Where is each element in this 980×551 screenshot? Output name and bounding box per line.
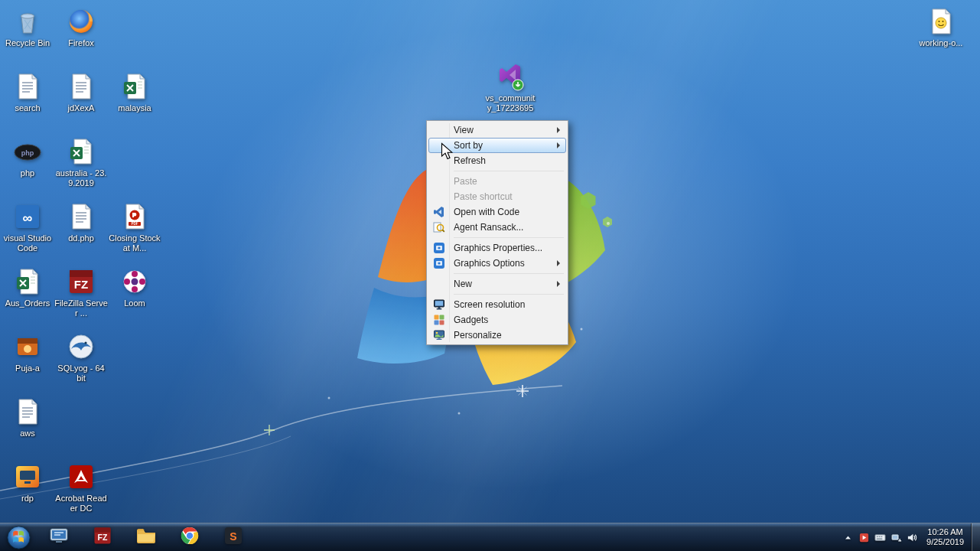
ransack-icon xyxy=(429,221,449,233)
taskbar-button-filezilla[interactable]: FZ xyxy=(80,523,124,551)
text-doc-icon xyxy=(66,201,96,232)
menu-item-label: Agent Ransack... xyxy=(454,222,523,233)
desktop-icon-recycle-bin[interactable]: Recycle Bin xyxy=(1,6,54,48)
desktop-icon-label: working-o... xyxy=(914,38,968,48)
start-button[interactable] xyxy=(0,523,37,551)
taskbar-button-chrome[interactable] xyxy=(168,523,211,551)
desktop-icon-label: australia - 23.9.2019 xyxy=(54,168,108,188)
desktop-icon-vs-community-17223695[interactable]: vs_community_17223695 xyxy=(483,61,537,113)
volume-icon[interactable] xyxy=(904,523,920,551)
desktop-icon-php[interactable]: phpphp xyxy=(1,136,54,178)
desktop-icon-rdp[interactable]: rdp xyxy=(1,461,54,504)
firefox-icon xyxy=(66,6,96,37)
rdp-icon xyxy=(12,461,43,492)
desktop-icon-label: Closing Stock at M... xyxy=(108,233,161,253)
recycle-bin-icon xyxy=(12,6,43,37)
svg-text:S: S xyxy=(230,530,236,543)
desktop-icon-label: rdp xyxy=(1,494,54,504)
menu-item-label: New xyxy=(454,279,472,289)
taskbar-clock[interactable]: 10:26 AM 9/25/2019 xyxy=(920,527,971,547)
desktop-icon-label: dd.php xyxy=(54,233,108,243)
network-icon[interactable] xyxy=(888,523,904,551)
php-icon: php xyxy=(12,136,43,167)
acrobat-icon xyxy=(66,461,96,492)
remote-desktop-icon xyxy=(48,525,70,549)
desktop-icon-label: vs_community_17223695 xyxy=(483,93,537,113)
desktop-icon-malaysia[interactable]: malaysia xyxy=(108,71,161,113)
submenu-arrow-icon xyxy=(557,281,560,287)
keyboard-icon[interactable] xyxy=(872,523,888,551)
desktop-icon-aus-orders[interactable]: Aus_Orders xyxy=(1,266,54,308)
menu-item-view[interactable]: View xyxy=(428,122,566,138)
menu-item-sort-by[interactable]: Sort by xyxy=(428,138,566,153)
desktop-icon-loom[interactable]: Loom xyxy=(108,266,161,308)
taskbar-button-s-app[interactable]: S xyxy=(211,523,255,551)
svg-text:php: php xyxy=(21,149,34,157)
menu-item-new[interactable]: New xyxy=(428,276,566,292)
menu-item-label: Sort by xyxy=(454,140,483,151)
desktop-icon-closing-stock-at-m[interactable]: PDFClosing Stock at M... xyxy=(108,201,161,253)
menu-separator xyxy=(454,294,564,295)
svg-text:∞: ∞ xyxy=(23,210,33,226)
menu-item-label: Graphics Properties... xyxy=(454,243,542,253)
desktop-icon-puja-a[interactable]: Puja-a xyxy=(1,331,54,373)
hidden-icons-chevron-icon[interactable] xyxy=(840,523,856,551)
menu-item-label: Gadgets xyxy=(454,315,488,325)
menu-separator xyxy=(454,273,564,274)
menu-item-graphics-properties[interactable]: Graphics Properties... xyxy=(428,240,566,256)
desktop-screen: Recycle BinFirefoxsearchjdXexAmalaysiaph… xyxy=(0,0,980,551)
desktop-icon-australia-23-9-2019[interactable]: australia - 23.9.2019 xyxy=(54,136,108,188)
submenu-arrow-icon xyxy=(557,260,560,266)
puja-icon xyxy=(12,331,43,362)
desktop-icon-label: Acrobat Reader DC xyxy=(54,494,108,514)
screen-resolution-icon xyxy=(429,298,449,311)
system-tray: 10:26 AM 9/25/2019 xyxy=(840,523,980,551)
show-desktop-button[interactable] xyxy=(971,523,980,551)
menu-item-label: View xyxy=(454,125,474,135)
menu-item-screen-resolution[interactable]: Screen resolution xyxy=(428,297,566,312)
filezilla-icon: FZ xyxy=(66,266,96,297)
menu-separator xyxy=(454,171,564,171)
desktop-icon-label: Puja-a xyxy=(1,364,54,373)
desktop-icon-aws[interactable]: aws xyxy=(1,396,54,439)
vs-community-icon xyxy=(495,61,526,92)
s-logo-icon: S xyxy=(223,525,244,549)
menu-item-open-with-code[interactable]: Open with Code xyxy=(428,204,566,220)
taskbar: FZS 10:26 AM 9/25/2019 xyxy=(0,523,980,551)
desktop-icon-dd-php[interactable]: dd.php xyxy=(54,201,108,243)
windows-logo-icon xyxy=(6,525,31,550)
taskbar-button-explorer[interactable] xyxy=(124,523,168,551)
desktop-icon-label: aws xyxy=(1,429,54,439)
menu-item-graphics-options[interactable]: Graphics Options xyxy=(428,256,566,271)
desktop-icon-firefox[interactable]: Firefox xyxy=(54,6,108,48)
desktop-icon-sqlyog-64-bit[interactable]: SQLyog - 64 bit xyxy=(54,331,108,383)
context-menu: ViewSort byRefreshPastePaste shortcutOpe… xyxy=(426,120,568,345)
menu-item-label: Refresh xyxy=(454,155,486,166)
text-doc-icon xyxy=(66,71,96,102)
tray-app-icon[interactable] xyxy=(856,523,872,551)
sqlyog-icon xyxy=(66,331,96,362)
menu-item-agent-ransack[interactable]: Agent Ransack... xyxy=(428,220,566,235)
desktop-icon-search[interactable]: search xyxy=(1,71,54,113)
menu-item-refresh[interactable]: Refresh xyxy=(428,153,566,168)
menu-item-label: Paste shortcut xyxy=(454,191,513,202)
desktop-icon-acrobat-reader-dc[interactable]: Acrobat Reader DC xyxy=(54,461,108,514)
menu-item-personalize[interactable]: Personalize xyxy=(428,328,566,343)
intel-graphics-icon xyxy=(429,242,449,254)
excel-icon xyxy=(12,266,43,297)
desktop-icon-visual-studio-code[interactable]: ∞visual Studio Code xyxy=(1,201,54,253)
loom-icon xyxy=(119,266,150,297)
desktop-icon-label: jdXexA xyxy=(54,103,108,113)
excel-icon xyxy=(66,136,96,167)
desktop-icon-label: Firefox xyxy=(54,38,108,48)
desktop-icon-working-o[interactable]: working-o... xyxy=(914,6,968,48)
taskbar-button-remote-desktop[interactable] xyxy=(37,523,80,551)
desktop-icon-label: visual Studio Code xyxy=(1,233,54,253)
menu-item-label: Graphics Options xyxy=(454,258,525,269)
desktop-icon-label: php xyxy=(1,168,54,178)
desktop-icon-label: FileZilla Server ... xyxy=(54,298,108,318)
menu-item-gadgets[interactable]: Gadgets xyxy=(428,312,566,328)
clock-time: 10:26 AM xyxy=(926,527,964,537)
desktop-icon-filezilla-server[interactable]: FZFileZilla Server ... xyxy=(54,266,108,318)
desktop-icon-jdxexa[interactable]: jdXexA xyxy=(54,71,108,113)
